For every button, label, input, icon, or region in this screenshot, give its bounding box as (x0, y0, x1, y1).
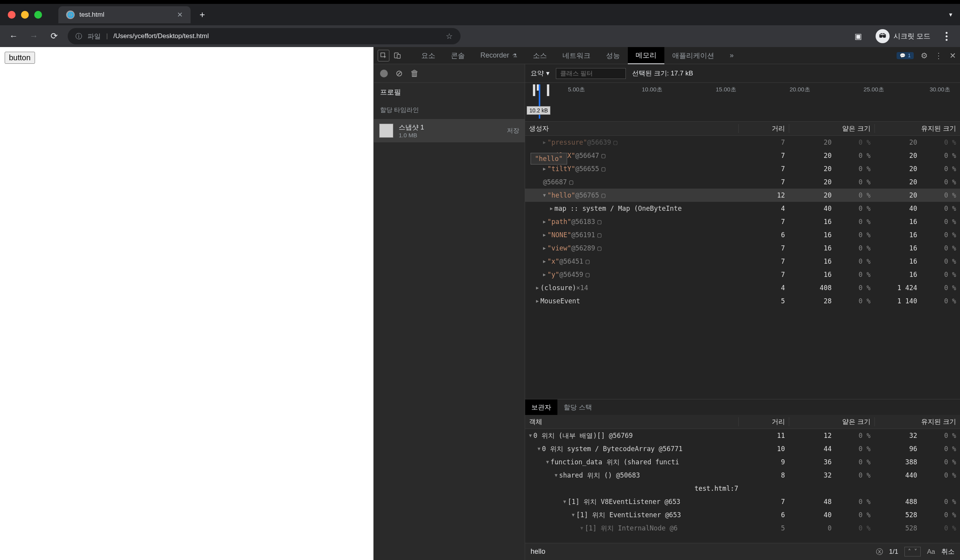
page-button[interactable]: button (5, 52, 35, 64)
table-row[interactable]: ▶"view" @56289▢7160 %160 % (525, 242, 960, 255)
close-window-button[interactable] (8, 11, 16, 19)
reload-button[interactable]: ⟳ (47, 30, 61, 43)
incognito-indicator[interactable]: 🕶 시크릿 모드 (876, 29, 930, 43)
settings-gear-icon[interactable]: ⚙ (921, 51, 928, 60)
fullscreen-window-button[interactable] (34, 11, 42, 19)
tab-elements[interactable]: 요소 (413, 47, 443, 64)
header-distance[interactable]: 거리 (738, 417, 789, 426)
chevron-down-icon: ▾ (546, 69, 550, 77)
incognito-label: 시크릿 모드 (893, 32, 930, 41)
table-row[interactable]: ▼shared 위치 () @506838320 %4400 % (525, 469, 960, 482)
table-row[interactable]: ▶MouseEvent5280 %1 1400 % (525, 294, 960, 308)
beaker-icon: ⚗ (512, 52, 517, 59)
alloc-stack-tab[interactable]: 할당 스택 (557, 399, 598, 415)
close-devtools-icon[interactable]: ✕ (949, 51, 956, 60)
view-dropdown[interactable]: 요약▾ (531, 69, 550, 78)
tab-network[interactable]: 네트워크 (555, 47, 598, 64)
table-row[interactable]: ▶"NONE" @56191▢6160 %160 % (525, 228, 960, 242)
devtools-menu-icon[interactable]: ⋮ (935, 51, 942, 60)
timeline-tick: 25.00초 (864, 86, 884, 93)
timeline-tick: 30.00초 (930, 86, 950, 93)
element-picker-icon[interactable] (378, 50, 389, 61)
table-row[interactable]: ▶"path" @56183▢7160 %160 % (525, 215, 960, 228)
table-row[interactable]: ▶"tiltY" @56655▢7200 %200 % (525, 162, 960, 175)
tab-application[interactable]: 애플리케이션 (664, 47, 722, 64)
incognito-icon: 🕶 (876, 29, 890, 43)
timeline-tick: 5.00초 (568, 86, 585, 93)
url-scheme: 파일 (88, 32, 101, 41)
tabs-dropdown-icon[interactable]: ▾ (949, 11, 952, 18)
top-line (0, 0, 960, 4)
header-shallow[interactable]: 얕은 크기 (789, 124, 874, 133)
search-input[interactable] (531, 548, 870, 556)
bookmark-star-icon[interactable]: ☆ (446, 32, 453, 41)
record-icon[interactable] (380, 70, 388, 77)
delete-icon[interactable]: 🗑 (410, 68, 419, 79)
window-controls (8, 11, 42, 19)
table-row[interactable]: ▼"hello" @56765▢12200 %200 % (525, 189, 960, 202)
timeline-label: 할당 타임라인 (374, 102, 525, 119)
address-bar: ← → ⟳ ⓘ 파일 | /Users/yceffort/Desktop/tes… (0, 25, 960, 47)
retainers-tab[interactable]: 보관자 (525, 399, 557, 415)
browser-menu-icon[interactable] (940, 32, 953, 41)
table-row[interactable]: test.html:7 (525, 482, 960, 495)
back-button[interactable]: ← (7, 30, 20, 43)
tab-console[interactable]: 콘솔 (443, 47, 473, 64)
search-bar: ⓧ 1/1 ˄ ˅ Aa 취소 (525, 543, 960, 560)
header-distance[interactable]: 거리 (738, 124, 789, 133)
header-object[interactable]: 객체 (525, 417, 738, 426)
tab-bar: 🌐 test.html ✕ + ▾ (0, 4, 960, 25)
tab-performance[interactable]: 성능 (598, 47, 628, 64)
browser-tab[interactable]: 🌐 test.html ✕ (58, 6, 191, 23)
timeline-size-tag: 10.2 kB (527, 106, 550, 115)
search-count: 1/1 (889, 548, 899, 556)
table-row[interactable]: ▶map :: system / Map (OneByteInte4400 %4… (525, 202, 960, 215)
table-row[interactable]: ▶"x" @56451▢7160 %160 % (525, 255, 960, 268)
info-icon[interactable]: ⓘ (75, 32, 82, 41)
class-filter-input[interactable] (556, 68, 626, 79)
search-next-icon[interactable]: ˅ (914, 548, 917, 555)
table-row[interactable]: ▼[1] 위치 V8EventListener @6537480 %4880 % (525, 495, 960, 508)
table-row[interactable]: @56687▢7200 %200 % (525, 175, 960, 189)
device-toggle-icon[interactable] (392, 50, 403, 61)
case-sensitive-toggle[interactable]: Aa (927, 548, 935, 556)
tab-sources[interactable]: 소스 (525, 47, 555, 64)
reader-mode-icon[interactable]: ▣ (851, 30, 865, 43)
search-prev-icon[interactable]: ˄ (908, 548, 911, 555)
header-shallow[interactable]: 얕은 크기 (789, 417, 874, 426)
snapshot-item[interactable]: 스냅샷 1 1.0 MB 저장 (374, 119, 525, 142)
tab-recorder[interactable]: Recorder⚗ (473, 47, 525, 64)
table-row[interactable]: ▼0 위치 system / BytecodeArray @5677110440… (525, 442, 960, 455)
url-path: /Users/yceffort/Desktop/test.html (113, 32, 208, 40)
tab-memory[interactable]: 메모리 (628, 47, 664, 64)
clear-icon[interactable]: ⊘ (396, 68, 403, 79)
more-tabs-icon[interactable]: » (722, 47, 741, 64)
hover-tooltip: "hello" (531, 153, 567, 164)
url-box[interactable]: ⓘ 파일 | /Users/yceffort/Desktop/test.html… (68, 28, 461, 44)
table-row[interactable]: ▼0 위치 (내부 배열)[] @5676911120 %320 % (525, 429, 960, 442)
table-row[interactable]: ▶(closure) ×1444080 %1 4240 % (525, 281, 960, 294)
close-tab-icon[interactable]: ✕ (177, 10, 183, 19)
allocation-timeline[interactable]: 5.00초10.00초15.00초20.00초25.00초30.00초 10.2… (525, 83, 960, 122)
snapshot-save-link[interactable]: 저장 (507, 127, 519, 135)
timeline-tick: 10.00초 (642, 86, 662, 93)
clear-search-icon[interactable]: ⓧ (876, 547, 883, 556)
minimize-window-button[interactable] (21, 11, 29, 19)
header-constructor[interactable]: 생성자 (525, 124, 738, 133)
table-row[interactable]: ▶"y" @56459▢7160 %160 % (525, 268, 960, 281)
profiles-label: 프로필 (374, 83, 525, 102)
snapshot-size: 1.0 MB (399, 132, 424, 138)
table-row[interactable]: ▼[1] 위치 InternalNode @6500 %5280 % (525, 522, 960, 535)
message-badge[interactable]: 💬1 (897, 52, 914, 59)
header-retained[interactable]: 유지된 크기 (874, 124, 960, 133)
table-row[interactable]: ▶"pressure" @56639▢7200 %200 % (525, 136, 960, 149)
new-tab-button[interactable]: + (195, 8, 209, 22)
table-row[interactable]: ▼[1] 위치 EventListener @6536400 %5280 % (525, 508, 960, 522)
memory-main-panel: 요약▾ 선택된 크기: 17.7 kB 5.00초10.00초15.00초20.… (525, 64, 960, 560)
page-viewport: button (0, 47, 373, 560)
forward-button[interactable]: → (27, 30, 40, 43)
search-cancel[interactable]: 취소 (941, 547, 955, 556)
table-row[interactable]: ▶"tiltX" @56647▢7200 %200 % (525, 149, 960, 162)
header-retained[interactable]: 유지된 크기 (874, 417, 960, 426)
table-row[interactable]: ▼function_data 위치 (shared functi9360 %38… (525, 455, 960, 469)
